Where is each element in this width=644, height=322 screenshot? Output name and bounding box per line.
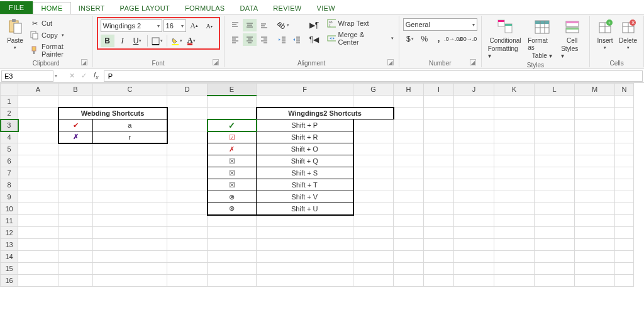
cell[interactable]: [394, 203, 424, 215]
cell[interactable]: [535, 131, 575, 143]
cell[interactable]: [615, 131, 634, 143]
cell[interactable]: [167, 251, 208, 263]
grid[interactable]: A B C D E F G H I J K L M N 12Webding Sh…: [0, 83, 634, 287]
cell[interactable]: [353, 155, 394, 167]
cell[interactable]: [394, 275, 424, 287]
cell[interactable]: [575, 251, 615, 263]
cell[interactable]: [394, 191, 424, 203]
cell[interactable]: [424, 155, 454, 167]
cell[interactable]: [424, 275, 454, 287]
cell[interactable]: [257, 239, 353, 251]
copy-button[interactable]: Copy▾: [29, 30, 89, 40]
col-header[interactable]: J: [454, 84, 494, 96]
cell[interactable]: [575, 155, 615, 167]
cell[interactable]: ☒: [208, 155, 257, 167]
row-header[interactable]: 7: [1, 167, 18, 179]
fx-icon[interactable]: fx: [90, 71, 103, 80]
cell[interactable]: [353, 191, 394, 203]
cell[interactable]: [58, 215, 93, 227]
cell[interactable]: [394, 179, 424, 191]
cell[interactable]: [454, 155, 494, 167]
tab-home[interactable]: HOME: [33, 2, 70, 14]
font-name-combo[interactable]: Wingdings 2▾: [101, 19, 162, 32]
cell[interactable]: [424, 131, 454, 143]
col-header[interactable]: C: [93, 84, 167, 96]
cell[interactable]: [394, 263, 424, 275]
cell[interactable]: [615, 239, 634, 251]
cell[interactable]: [535, 275, 575, 287]
worksheet[interactable]: A B C D E F G H I J K L M N 12Webding Sh…: [0, 83, 644, 287]
cell[interactable]: [494, 96, 535, 108]
cell[interactable]: [167, 239, 208, 251]
cell[interactable]: [424, 263, 454, 275]
cell[interactable]: [535, 179, 575, 191]
cell[interactable]: [454, 179, 494, 191]
cell[interactable]: [615, 215, 634, 227]
ltr-button[interactable]: ▶¶: [307, 19, 322, 31]
cell[interactable]: [424, 108, 454, 119]
cell[interactable]: Shift + R: [257, 131, 353, 143]
cell[interactable]: [575, 96, 615, 108]
col-header[interactable]: M: [575, 84, 615, 96]
row-header[interactable]: 1: [1, 96, 18, 108]
cell[interactable]: [353, 119, 394, 131]
cell[interactable]: [535, 215, 575, 227]
bold-button[interactable]: B: [101, 35, 114, 47]
cell[interactable]: [167, 227, 208, 239]
formula-input[interactable]: [104, 70, 643, 82]
orientation-button[interactable]: ab▾: [275, 19, 292, 31]
cell[interactable]: [424, 119, 454, 131]
font-color-button[interactable]: A▾: [185, 35, 199, 47]
row-header[interactable]: 10: [1, 203, 18, 215]
cell[interactable]: [575, 227, 615, 239]
col-header[interactable]: E: [208, 84, 257, 96]
cell[interactable]: [167, 215, 208, 227]
cell[interactable]: Shift + O: [257, 143, 353, 155]
cell[interactable]: [454, 215, 494, 227]
cell[interactable]: [58, 179, 93, 191]
align-middle-button[interactable]: [243, 19, 257, 31]
cell[interactable]: [494, 203, 535, 215]
cell[interactable]: [353, 203, 394, 215]
cell[interactable]: [454, 167, 494, 179]
cell[interactable]: [575, 108, 615, 119]
row-header[interactable]: 5: [1, 143, 18, 155]
cell[interactable]: [494, 131, 535, 143]
cell[interactable]: [575, 215, 615, 227]
cell[interactable]: [93, 143, 167, 155]
cell[interactable]: ✔: [58, 119, 93, 131]
cell[interactable]: [535, 191, 575, 203]
cell[interactable]: ☒: [208, 179, 257, 191]
cell[interactable]: [494, 251, 535, 263]
cell[interactable]: Shift + T: [257, 179, 353, 191]
cell[interactable]: Shift + V: [257, 191, 353, 203]
cell[interactable]: [535, 227, 575, 239]
cell[interactable]: ⊗: [208, 191, 257, 203]
fill-color-button[interactable]: ▾: [170, 35, 184, 47]
cell[interactable]: [454, 203, 494, 215]
cell[interactable]: [575, 191, 615, 203]
cell[interactable]: [494, 275, 535, 287]
cell[interactable]: [208, 96, 257, 108]
cell[interactable]: [353, 263, 394, 275]
cell[interactable]: [353, 227, 394, 239]
cell[interactable]: [424, 251, 454, 263]
cell[interactable]: [494, 263, 535, 275]
col-header[interactable]: B: [58, 84, 93, 96]
cell[interactable]: [575, 131, 615, 143]
font-size-combo[interactable]: 16▾: [164, 19, 186, 32]
cell[interactable]: [615, 96, 634, 108]
cell[interactable]: [535, 155, 575, 167]
align-bottom-button[interactable]: [257, 19, 271, 31]
cell[interactable]: [535, 203, 575, 215]
cell[interactable]: [208, 108, 257, 119]
cell[interactable]: [615, 251, 634, 263]
cell[interactable]: [394, 131, 424, 143]
cell[interactable]: [93, 227, 167, 239]
col-header[interactable]: F: [257, 84, 353, 96]
cell[interactable]: [167, 191, 208, 203]
wrap-text-button[interactable]: abcWrap Text: [326, 18, 395, 28]
enter-icon[interactable]: ✓: [78, 72, 90, 80]
tab-data[interactable]: DATA: [232, 3, 265, 14]
cell[interactable]: ✗: [58, 131, 93, 143]
